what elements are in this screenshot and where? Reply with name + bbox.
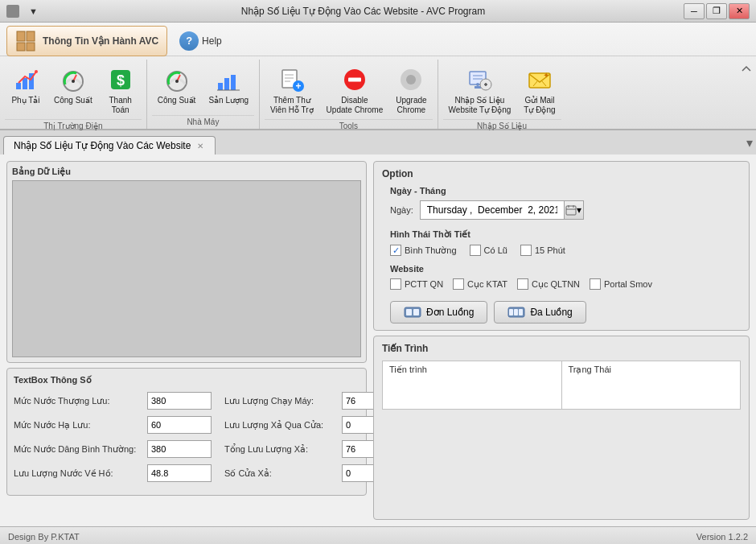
- checkbox-15-phut[interactable]: [520, 245, 532, 256]
- website-pctt-qn[interactable]: PCTT QN: [390, 278, 443, 290]
- ribbon-collapse[interactable]: [737, 60, 756, 129]
- tab-close-button[interactable]: ✕: [195, 142, 205, 150]
- checkbox-portal-smov[interactable]: [590, 278, 601, 290]
- bang-du-lieu-title: Bảng Dữ Liệu: [12, 167, 361, 177]
- them-thu-label: Thêm Thư Viên Hỗ Trợ: [270, 96, 314, 115]
- checkbox-co-lu[interactable]: [470, 245, 481, 256]
- field-row-3: Mức Nước Dâng Bình Thường: Tổng Lưu Lượn…: [14, 440, 360, 458]
- svg-rect-40: [566, 206, 576, 215]
- svg-text:✦: ✦: [543, 71, 549, 80]
- svg-rect-3: [27, 43, 35, 51]
- main-tab[interactable]: Nhập Số Liệu Tự Động Vào Các Website ✕: [3, 136, 216, 155]
- field-right-label-3: Tổng Lưu Lượng Xả:: [224, 444, 337, 455]
- cong-suat-nm-button[interactable]: Công Suất: [152, 63, 202, 113]
- san-luong-icon: [216, 67, 241, 93]
- tab-label: Nhập Số Liệu Tự Động Vào Các Website: [14, 140, 191, 151]
- svg-text:+: +: [295, 80, 301, 92]
- close-button[interactable]: ✕: [729, 3, 750, 19]
- date-picker-button[interactable]: ▾: [565, 200, 584, 220]
- upgrade-chrome-icon: [398, 67, 424, 93]
- ribbon-group-tools: + Thêm Thư Viên Hỗ Trợ Disable Update Ch…: [260, 60, 438, 129]
- field-label-1: Mức Nước Thượng Lưu:: [14, 396, 142, 406]
- app-icon: [6, 5, 19, 18]
- svg-rect-5: [23, 78, 27, 89]
- field-row-2: Mức Nước Hạ Lưu: Lưu Lượng Xả Qua Cửa:: [14, 416, 360, 434]
- checkbox-pctt-qn[interactable]: [390, 278, 401, 290]
- group-label-nha-may: Nhà Máy: [152, 115, 254, 129]
- san-luong-button[interactable]: Sản Lượng: [203, 63, 254, 113]
- data-canvas: [12, 180, 361, 357]
- field-row-4: Lưu Lượng Nước Về Hồ: Số Cửa Xả:: [14, 464, 360, 482]
- cong-suat-nm-label: Công Suất: [158, 96, 196, 105]
- checkbox-cuc-ktat[interactable]: [453, 278, 464, 290]
- phu-tai-icon: [13, 67, 39, 93]
- website-row: PCTT QN Cục KTAT Cục QLTNN Portal Smov: [390, 278, 741, 290]
- title-menu[interactable]: ▼: [24, 5, 43, 18]
- da-luong-label: Đa Luồng: [530, 307, 572, 318]
- nhap-so-lieu-button[interactable]: Nhập Số Liệu Website Tự Động: [443, 63, 517, 117]
- textbox-section: TextBox Thông Số Mức Nước Thượng Lưu: Lư…: [6, 368, 367, 496]
- restore-button[interactable]: ❐: [706, 3, 727, 19]
- svg-rect-1: [27, 31, 35, 41]
- thanh-toan-label: Thanh Toán: [109, 96, 132, 115]
- svg-rect-27: [348, 78, 361, 82]
- svg-rect-17: [224, 78, 229, 90]
- ribbon-group-nha-may: Công Suất Sản Lượng Nhà Máy: [147, 60, 260, 129]
- svg-rect-45: [406, 309, 412, 315]
- bang-du-lieu-panel: Bảng Dữ Liệu: [6, 161, 367, 363]
- checkbox-cuc-qltnn-label: Cục QLTNN: [532, 279, 580, 290]
- ribbon-group-nhap-so-lieu: Nhập Số Liệu Website Tự Động ✦: [438, 60, 566, 129]
- help-label: Help: [202, 35, 222, 47]
- date-input[interactable]: [420, 200, 565, 220]
- field-label-3: Mức Nước Dâng Bình Thường:: [14, 444, 142, 455]
- tab-scroll-right[interactable]: ▾: [746, 135, 753, 150]
- weather-15-phut[interactable]: 15 Phút: [520, 245, 565, 256]
- svg-point-29: [406, 75, 416, 84]
- gui-mail-icon: ✦: [527, 67, 553, 93]
- checkbox-co-lu-label: Có Lũ: [484, 245, 507, 255]
- checkbox-cuc-ktat-label: Cục KTAT: [467, 279, 507, 290]
- field-input-thuong-luu[interactable]: [147, 392, 212, 410]
- svg-point-7: [35, 70, 38, 73]
- thanh-toan-button[interactable]: $ Thanh Toán: [100, 63, 142, 117]
- disable-icon: [342, 67, 368, 93]
- main-content: Bảng Dữ Liệu TextBox Thông Số Mức Nước T…: [0, 155, 756, 526]
- phu-tai-label: Phụ Tải: [11, 96, 39, 105]
- minimize-button[interactable]: ─: [684, 3, 705, 19]
- right-panel: Option Ngày - Tháng Ngày:: [373, 161, 750, 520]
- date-input-container: ▾: [420, 200, 584, 220]
- field-input-ha-luu[interactable]: [147, 416, 212, 434]
- status-left: Design By P.KTAT: [8, 532, 80, 542]
- website-cuc-ktat[interactable]: Cục KTAT: [453, 278, 507, 290]
- ribbon-top: Thông Tin Vận Hành AVC ? Help: [0, 23, 756, 56]
- brand-button[interactable]: Thông Tin Vận Hành AVC: [6, 26, 167, 56]
- weather-co-lu[interactable]: Có Lũ: [470, 245, 507, 256]
- checkbox-pctt-qn-label: PCTT QN: [405, 279, 443, 289]
- svg-text:$: $: [117, 72, 125, 89]
- progress-col-1: Tiến trình: [383, 361, 562, 410]
- weather-binh-thuong[interactable]: Bình Thường: [390, 245, 457, 256]
- website-section: Website PCTT QN Cục KTAT Cục QLTNN: [390, 264, 741, 290]
- gui-mail-button[interactable]: ✦ Gửi Mail Tự Động: [518, 63, 561, 117]
- phu-tai-button[interactable]: Phụ Tải: [5, 63, 47, 117]
- them-thu-button[interactable]: + Thêm Thư Viên Hỗ Trợ: [265, 63, 319, 117]
- svg-rect-46: [413, 309, 419, 315]
- website-cuc-qltnn[interactable]: Cục QLTNN: [517, 278, 580, 290]
- ribbon-group-thi-truong-dien: Phụ Tải Công Suất: [0, 60, 147, 129]
- svg-rect-0: [17, 31, 25, 41]
- don-luong-icon: [404, 305, 421, 319]
- website-portal-smov[interactable]: Portal Smov: [590, 278, 652, 290]
- disable-update-button[interactable]: Disable Update Chrome: [321, 63, 389, 117]
- help-button[interactable]: ? Help: [171, 27, 231, 55]
- field-input-nuoc-ve-ho[interactable]: [147, 464, 212, 482]
- option-box: Option Ngày - Tháng Ngày:: [373, 161, 750, 331]
- progress-table-row: Tiến trình Trạng Thái: [383, 361, 741, 410]
- da-luong-button[interactable]: Đa Luồng: [494, 301, 585, 324]
- cong-suat-button[interactable]: Công Suất: [48, 63, 98, 117]
- field-input-dang-binh-thuong[interactable]: [147, 440, 212, 458]
- upgrade-chrome-button[interactable]: Upgrade Chrome: [390, 63, 432, 117]
- don-luong-button[interactable]: Đơn Luồng: [390, 301, 487, 324]
- checkbox-cuc-qltnn[interactable]: [517, 278, 528, 290]
- cong-suat-icon: [60, 67, 86, 93]
- checkbox-binh-thuong[interactable]: [390, 245, 401, 256]
